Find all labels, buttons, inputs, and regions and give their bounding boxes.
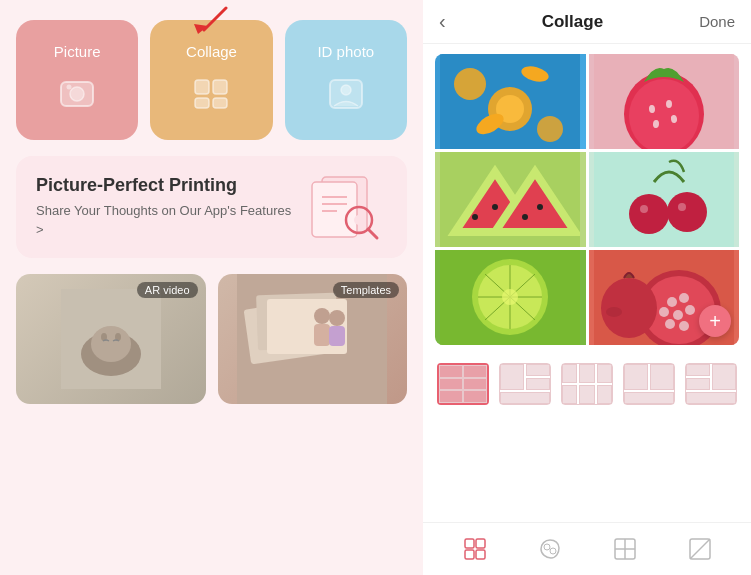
svg-point-1 <box>70 87 84 101</box>
svg-rect-31 <box>329 326 345 346</box>
svg-point-75 <box>673 310 683 320</box>
svg-point-36 <box>537 116 563 142</box>
svg-line-91 <box>690 539 710 559</box>
svg-point-54 <box>522 214 528 220</box>
collage-mode-btn[interactable]: Collage <box>150 20 272 140</box>
svg-line-17 <box>368 229 377 238</box>
svg-rect-83 <box>465 550 474 559</box>
svg-point-43 <box>666 100 672 108</box>
svg-point-35 <box>454 68 486 100</box>
template-thumbnails <box>423 355 751 413</box>
svg-rect-29 <box>314 324 330 346</box>
blob-layout-button[interactable] <box>532 531 568 567</box>
svg-point-55 <box>537 204 543 210</box>
template-thumb-5[interactable] <box>685 363 737 405</box>
back-button[interactable]: ‹ <box>439 10 446 33</box>
left-panel: Picture Collage <box>0 0 423 575</box>
svg-rect-82 <box>476 539 485 548</box>
template-thumb-2[interactable] <box>499 363 551 405</box>
mode-buttons: Picture Collage <box>16 20 407 140</box>
ar-video-card[interactable]: AR video <box>16 274 206 404</box>
template-thumb-3[interactable] <box>561 363 613 405</box>
svg-line-3 <box>204 8 226 30</box>
idphoto-mode-btn[interactable]: ID photo <box>285 20 407 140</box>
svg-rect-7 <box>195 98 209 108</box>
banner-illustration <box>307 172 387 242</box>
arrow-indicator <box>186 6 236 38</box>
photo-cell-2[interactable] <box>589 54 740 149</box>
templates-label: Templates <box>333 282 399 298</box>
free-layout-button[interactable] <box>607 531 643 567</box>
layout-grid-button[interactable] <box>457 531 493 567</box>
svg-point-86 <box>550 548 556 554</box>
svg-point-50 <box>492 204 498 210</box>
ar-video-label: AR video <box>137 282 198 298</box>
svg-marker-4 <box>194 24 208 34</box>
banner-title: Picture-Perfect Printing <box>36 175 295 196</box>
banner-subtitle[interactable]: Share Your Thoughts on Our App's Feature… <box>36 202 295 238</box>
id-icon <box>322 70 370 118</box>
svg-rect-84 <box>476 550 485 559</box>
right-panel: ‹ Collage Done <box>423 0 751 575</box>
diagonal-layout-button[interactable] <box>682 531 718 567</box>
svg-point-60 <box>678 203 686 211</box>
idphoto-mode-label: ID photo <box>317 43 374 60</box>
svg-point-28 <box>314 308 330 324</box>
svg-point-85 <box>544 544 550 550</box>
picture-mode-btn[interactable]: Picture <box>16 20 138 140</box>
svg-rect-8 <box>213 98 227 108</box>
svg-point-73 <box>679 293 689 303</box>
banner: Picture-Perfect Printing Share Your Thou… <box>16 156 407 258</box>
photo-cell-1[interactable] <box>435 54 586 149</box>
svg-point-78 <box>679 321 689 331</box>
svg-point-18 <box>354 215 364 225</box>
template-thumb-1[interactable] <box>437 363 489 405</box>
svg-rect-6 <box>213 80 227 94</box>
done-button[interactable]: Done <box>699 13 735 30</box>
picture-icon <box>53 70 101 118</box>
svg-point-76 <box>685 305 695 315</box>
banner-text: Picture-Perfect Printing Share Your Thou… <box>36 175 295 238</box>
picture-mode-label: Picture <box>54 43 101 60</box>
right-header: ‹ Collage Done <box>423 0 751 44</box>
collage-title: Collage <box>542 12 603 32</box>
photo-grid: + <box>435 54 739 345</box>
svg-point-2 <box>67 84 72 89</box>
photo-cell-3[interactable] <box>435 152 586 247</box>
svg-point-59 <box>640 205 648 213</box>
collage-icon <box>187 70 235 118</box>
svg-point-68 <box>502 289 518 305</box>
photo-cell-5[interactable] <box>435 250 586 345</box>
svg-rect-5 <box>195 80 209 94</box>
templates-card[interactable]: Templates <box>218 274 408 404</box>
svg-rect-56 <box>594 152 734 247</box>
svg-point-57 <box>629 194 669 234</box>
svg-point-72 <box>667 297 677 307</box>
svg-rect-81 <box>465 539 474 548</box>
photo-cell-4[interactable] <box>589 152 740 247</box>
template-thumb-4[interactable] <box>623 363 675 405</box>
svg-point-49 <box>472 214 478 220</box>
add-photo-button[interactable]: + <box>699 305 731 337</box>
svg-point-80 <box>606 307 622 317</box>
svg-point-77 <box>665 319 675 329</box>
video-cards: AR video Templates <box>16 274 407 404</box>
svg-point-21 <box>91 326 131 362</box>
svg-point-58 <box>667 192 707 232</box>
svg-point-10 <box>341 85 351 95</box>
bottom-toolbar <box>423 522 751 575</box>
svg-point-30 <box>329 310 345 326</box>
collage-mode-label: Collage <box>186 43 237 60</box>
svg-point-74 <box>659 307 669 317</box>
